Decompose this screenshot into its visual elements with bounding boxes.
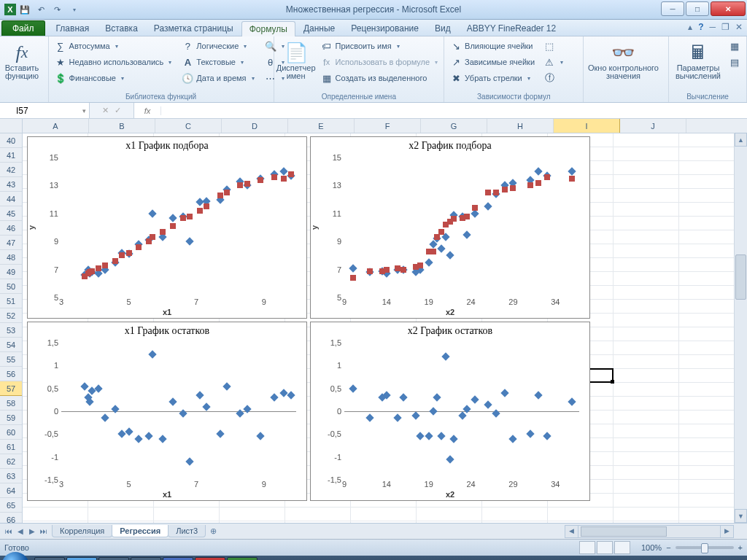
row-header[interactable]: 41	[0, 148, 22, 163]
row-header[interactable]: 54	[0, 338, 22, 352]
file-tab[interactable]: Файл	[1, 20, 45, 36]
calc-options-button[interactable]: 🖩 Параметры вычислений	[672, 38, 724, 80]
datetime-button[interactable]: 🕓Дата и время	[179, 70, 257, 86]
fx-label[interactable]: fx	[134, 106, 161, 115]
row-header[interactable]: 49	[0, 265, 22, 279]
tab-данные[interactable]: Данные	[295, 20, 343, 36]
row-header[interactable]: 44	[0, 192, 22, 206]
horizontal-scrollbar[interactable]: ◀ ▶	[565, 525, 734, 538]
col-header[interactable]: I	[554, 119, 620, 133]
trace-dependents-button[interactable]: ↗Зависимые ячейки	[447, 54, 538, 70]
folder-taskbar-icon[interactable]: 🗂	[131, 557, 161, 560]
row-header[interactable]: 65	[0, 498, 22, 513]
col-header[interactable]: J	[620, 119, 686, 133]
skype-taskbar-icon[interactable]: S	[66, 557, 97, 560]
zoom-slider[interactable]	[676, 546, 734, 549]
cancel-icon[interactable]: ✕	[102, 106, 109, 115]
col-header[interactable]: F	[355, 119, 421, 133]
row-header[interactable]: 60	[0, 425, 22, 440]
scroll-thumb[interactable]	[735, 254, 746, 300]
row-header[interactable]: 57	[0, 381, 22, 396]
tab-рецензирование[interactable]: Рецензирование	[343, 20, 427, 36]
row-header[interactable]: 42	[0, 163, 22, 177]
sheet-tab[interactable]: Регрессия	[112, 525, 169, 537]
tab-формулы[interactable]: Формулы	[241, 21, 295, 36]
help-icon[interactable]: ?	[698, 22, 703, 32]
chrome-taskbar-icon[interactable]	[34, 557, 65, 560]
workbook-minimize-icon[interactable]: ─	[709, 22, 716, 32]
sheet-tab[interactable]: Лист3	[168, 525, 206, 537]
recent-functions-button[interactable]: ★Недавно использовались	[52, 54, 175, 70]
sheet-nav-button[interactable]: ⏮	[3, 527, 15, 535]
col-header[interactable]: D	[222, 119, 288, 133]
formula-input[interactable]	[161, 105, 747, 117]
word-taskbar-icon[interactable]: W	[163, 557, 193, 560]
tab-вставка[interactable]: Вставка	[97, 20, 146, 36]
acrobat-taskbar-icon[interactable]: A	[195, 557, 225, 560]
undo-icon[interactable]: ↶	[34, 2, 48, 17]
tab-разметка-страницы[interactable]: Разметка страницы	[146, 20, 241, 36]
col-header[interactable]: A	[23, 119, 89, 133]
excel-taskbar-icon[interactable]: X	[227, 557, 258, 560]
save-icon[interactable]: 💾	[18, 2, 32, 17]
calc-sheet-button[interactable]: ▤	[726, 54, 743, 70]
chart-c1[interactable]: x1 График подбораyx15791113153579	[27, 136, 307, 319]
vertical-scrollbar[interactable]: ▲ ▼	[734, 133, 747, 523]
row-header[interactable]: 47	[0, 236, 22, 250]
row-header[interactable]: 43	[0, 177, 22, 192]
col-header[interactable]: G	[421, 119, 487, 133]
chart-c3[interactable]: x1 График остатковx1-1,5-1-0,500,511,535…	[27, 322, 307, 501]
row-header[interactable]: 56	[0, 367, 22, 381]
chart-c2[interactable]: x2 График подбораyx257911131591419242934	[310, 136, 590, 319]
row-header[interactable]: 48	[0, 250, 22, 265]
financial-button[interactable]: 💲Финансовые	[52, 70, 175, 86]
workbook-restore-icon[interactable]: ❐	[721, 22, 729, 32]
tab-abbyy-finereader-12[interactable]: ABBYY FineReader 12	[459, 20, 565, 36]
row-header[interactable]: 58	[0, 396, 22, 411]
tab-вид[interactable]: Вид	[427, 20, 459, 36]
row-header[interactable]: 51	[0, 294, 22, 308]
text-button[interactable]: AТекстовые	[179, 54, 257, 70]
zoom-in-button[interactable]: +	[738, 543, 743, 552]
sheet-nav-button[interactable]: ▶	[26, 527, 38, 535]
close-button[interactable]: ✕	[711, 1, 746, 16]
calc-now-button[interactable]: ▦	[726, 38, 743, 54]
show-formulas-button[interactable]: ⬚	[541, 38, 566, 54]
use-in-formula-button[interactable]: fxИспользовать в формуле	[318, 54, 441, 70]
row-header[interactable]: 61	[0, 440, 22, 454]
error-checking-button[interactable]: ⚠	[541, 54, 566, 70]
zoom-out-button[interactable]: −	[666, 543, 670, 552]
name-box[interactable]: I57	[0, 103, 90, 118]
row-headers[interactable]: 4041424344454647484950515253545556575859…	[0, 119, 23, 523]
remove-arrows-button[interactable]: ✖Убрать стрелки	[447, 70, 538, 86]
col-header[interactable]: H	[487, 119, 554, 133]
maximize-button[interactable]: □	[686, 1, 709, 16]
define-name-button[interactable]: 🏷Присвоить имя	[318, 38, 441, 54]
page-break-view-button[interactable]	[614, 541, 630, 554]
normal-view-button[interactable]	[579, 541, 595, 554]
page-layout-view-button[interactable]	[597, 541, 613, 554]
evaluate-formula-button[interactable]: ⓕ	[541, 70, 566, 86]
logical-button[interactable]: ?Логические	[179, 38, 257, 54]
row-header[interactable]: 46	[0, 221, 22, 236]
row-header[interactable]: 63	[0, 469, 22, 483]
redo-icon[interactable]: ↷	[50, 2, 64, 17]
col-header[interactable]: C	[155, 119, 222, 133]
row-header[interactable]: 62	[0, 454, 22, 469]
row-header[interactable]: 59	[0, 411, 22, 425]
name-manager-button[interactable]: 📄 Диспетчер имен	[277, 38, 315, 80]
sheet-nav-button[interactable]: ⏭	[38, 527, 50, 535]
zoom-level[interactable]: 100%	[641, 543, 662, 552]
insert-function-button[interactable]: fx Вставить функцию	[3, 38, 41, 80]
scroll-down-icon[interactable]: ▼	[735, 509, 747, 523]
sheet-nav-button[interactable]: ◀	[15, 527, 26, 535]
row-header[interactable]: 45	[0, 206, 22, 221]
qat-customize-icon[interactable]	[66, 2, 80, 17]
trace-precedents-button[interactable]: ↘Влияющие ячейки	[447, 38, 538, 54]
chart-c4[interactable]: x2 График остатковx2-1,5-1-0,500,511,591…	[310, 322, 590, 501]
minimize-button[interactable]: ─	[661, 1, 684, 16]
explorer-taskbar-icon[interactable]: 📁	[98, 557, 129, 560]
row-header[interactable]: 52	[0, 308, 22, 323]
create-from-selection-button[interactable]: ▦Создать из выделенного	[318, 70, 441, 86]
enter-icon[interactable]: ✓	[115, 106, 121, 115]
